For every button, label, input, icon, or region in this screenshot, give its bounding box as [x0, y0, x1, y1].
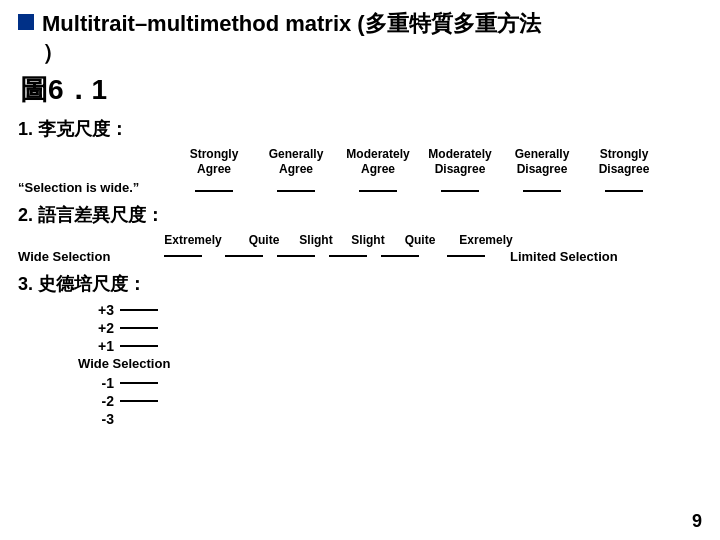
sem-col-1: Extremely	[148, 233, 238, 247]
likert-col-5: GenerallyDisagree	[501, 147, 583, 176]
likert-col-4: ModeratelyDisagree	[419, 147, 501, 176]
stapel-row-p1: +1	[78, 338, 702, 354]
stapel-num-n1: -1	[78, 375, 114, 391]
main-title: Multitrait–multimethod matrix (多重特質多重方法 …	[42, 10, 541, 67]
stapel-num-p3: +3	[78, 302, 114, 318]
likert-blank-4	[419, 180, 501, 195]
title-block: Multitrait–multimethod matrix (多重特質多重方法 …	[18, 10, 702, 67]
likert-blank-5	[501, 180, 583, 195]
stapel-row-p2: +2	[78, 320, 702, 336]
sem-col-2: Quite	[238, 233, 290, 247]
sem-right-label: Limited Selection	[510, 249, 618, 264]
stapel-blank-p1	[120, 345, 158, 347]
sem-blank-1	[148, 255, 218, 257]
sem-blank-5	[374, 255, 426, 257]
likert-blank-6	[583, 180, 665, 195]
stapel-row-n3: -3	[78, 411, 702, 427]
sem-blank-2	[218, 255, 270, 257]
page: Multitrait–multimethod matrix (多重特質多重方法 …	[0, 0, 720, 540]
likert-col-6: StronglyDisagree	[583, 147, 665, 176]
stapel-blank-p3	[120, 309, 158, 311]
likert-col-2: GenerallyAgree	[255, 147, 337, 176]
stapel-blank-n2	[120, 400, 158, 402]
stapel-row-n2: -2	[78, 393, 702, 409]
section2-heading: 2. 語言差異尺度：	[18, 203, 702, 227]
title-line2: ）	[42, 39, 541, 68]
sem-left-label: Wide Selection	[18, 249, 148, 264]
title-line1: Multitrait–multimethod matrix (多重特質多重方法	[42, 10, 541, 39]
sem-blank-4	[322, 255, 374, 257]
likert-row-label: “Selection is wide.”	[18, 180, 173, 195]
sem-col-3: Slight	[290, 233, 342, 247]
stapel-row-n1: -1	[78, 375, 702, 391]
semantic-section: 2. 語言差異尺度： Extremely Quite Slight Slight…	[18, 203, 702, 264]
stapel-items-positive: +3 +2 +1	[78, 302, 702, 354]
stapel-mid-label: Wide Selection	[78, 356, 702, 371]
likert-blank-1	[173, 180, 255, 195]
likert-col-1: StronglyAgree	[173, 147, 255, 176]
sem-blank-6	[426, 255, 506, 257]
stapel-section: 3. 史德培尺度： +3 +2 +1 Wide Selection -1 -2	[18, 272, 702, 427]
likert-blank-2	[255, 180, 337, 195]
stapel-num-p2: +2	[78, 320, 114, 336]
likert-col-3: ModeratelyAgree	[337, 147, 419, 176]
likert-section: 1. 李克尺度： StronglyAgree GenerallyAgree Mo…	[18, 117, 702, 195]
stapel-blank-n1	[120, 382, 158, 384]
figure-label: 圖6．1	[20, 71, 702, 109]
semantic-header-row: Extremely Quite Slight Slight Quite Exre…	[18, 233, 702, 247]
page-number: 9	[692, 511, 702, 532]
sem-col-5: Quite	[394, 233, 446, 247]
sem-col-4: Slight	[342, 233, 394, 247]
stapel-num-p1: +1	[78, 338, 114, 354]
stapel-num-n2: -2	[78, 393, 114, 409]
sem-col-6: Exremely	[446, 233, 526, 247]
section3-heading: 3. 史德培尺度：	[18, 272, 702, 296]
blue-square-icon	[18, 14, 34, 30]
section1-heading: 1. 李克尺度：	[18, 117, 702, 141]
stapel-items-negative: -1 -2 -3	[78, 375, 702, 427]
stapel-row-p3: +3	[78, 302, 702, 318]
sem-blank-3	[270, 255, 322, 257]
stapel-blank-p2	[120, 327, 158, 329]
likert-row: “Selection is wide.”	[18, 180, 702, 195]
likert-blank-3	[337, 180, 419, 195]
semantic-row: Wide Selection Limited Selection	[18, 249, 702, 264]
stapel-num-n3: -3	[78, 411, 114, 427]
likert-header: StronglyAgree GenerallyAgree ModeratelyA…	[173, 147, 702, 176]
